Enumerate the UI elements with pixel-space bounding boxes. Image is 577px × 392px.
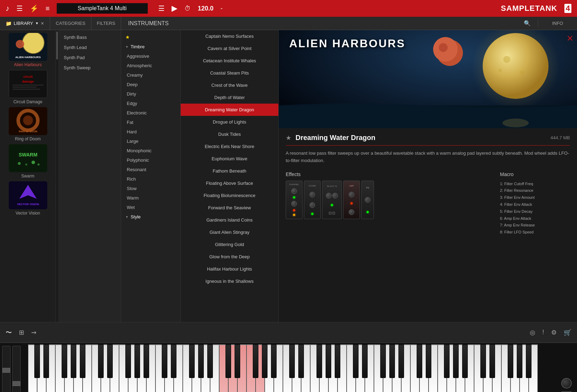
category-synth-pad[interactable]: Synth Pad	[58, 52, 121, 63]
library-item-alien-harbours[interactable]: ALIEN HARBOURS Alien Harbours	[4, 33, 53, 67]
black-key-D#2[interactable]	[171, 344, 176, 378]
library-item-vector-vision[interactable]: VECTOR VISION Vector Vision	[4, 181, 53, 216]
effect-knob-3[interactable]	[310, 192, 315, 197]
store-icon[interactable]: 🛒	[564, 329, 571, 336]
instrument-gardiners[interactable]: Gardiners Island Coins	[181, 214, 278, 226]
timbre-filter-section[interactable]: ▼ Timbre	[121, 42, 180, 51]
category-synth-lead[interactable]: Synth Lead	[58, 42, 121, 52]
black-key-G#0[interactable]	[71, 344, 76, 378]
black-key-F#2[interactable]	[189, 344, 195, 378]
wave-icon[interactable]: 〜	[6, 328, 12, 337]
list-icon[interactable]: ≡	[46, 5, 50, 13]
project-title-input[interactable]	[57, 3, 148, 14]
instrument-floating-above[interactable]: Floating Above Surface	[181, 177, 278, 189]
options-menu-icon[interactable]: ☰	[158, 4, 165, 13]
black-key-A#3[interactable]	[271, 344, 277, 378]
bpm-display[interactable]: 120.0	[198, 5, 214, 12]
effect-knob-1[interactable]	[291, 188, 297, 194]
instrument-igneous[interactable]: Igneous in the Shallows	[181, 275, 278, 287]
black-key-C#2[interactable]	[162, 344, 167, 378]
black-key-A#2[interactable]	[207, 344, 213, 378]
filter-electronic[interactable]: Electronic	[121, 108, 180, 118]
close-panel-button[interactable]: ✕	[566, 34, 573, 43]
instrument-fathom[interactable]: Fathom Beneath	[181, 165, 278, 177]
black-key-F#7[interactable]	[508, 344, 513, 378]
filter-deep[interactable]: Deep	[121, 80, 180, 89]
effect-knob-9[interactable]	[365, 197, 370, 203]
black-key-F#3[interactable]	[253, 344, 258, 378]
black-key-D#5[interactable]	[362, 344, 368, 378]
black-key-D#1[interactable]	[107, 344, 113, 378]
library-nav[interactable]: 📁 LIBRARY ▼ ✕	[0, 17, 50, 30]
black-key-F#4[interactable]	[317, 344, 322, 378]
library-item-ring-of-doom[interactable]: RING OF DOOM Ring of Doom	[4, 107, 53, 141]
filter-warm[interactable]: Warm	[121, 193, 180, 203]
grid-icon[interactable]: ⊞	[19, 329, 24, 336]
filter-dirty[interactable]: Dirty	[121, 89, 180, 99]
effect-unit-5[interactable]: EQ	[361, 181, 374, 219]
instruments-nav[interactable]: INSTRUMENTS 🔍	[121, 20, 538, 27]
style-filter-section[interactable]: ▼ Style	[121, 212, 180, 222]
instrument-halifax[interactable]: Halifax Harbour Lights	[181, 263, 278, 275]
black-key-D#3[interactable]	[235, 344, 240, 378]
effect-unit-2[interactable]: STOMP	[304, 181, 321, 219]
black-key-G#5[interactable]	[389, 344, 395, 378]
instrument-depth[interactable]: Depth of Water	[181, 91, 278, 104]
filter-wet[interactable]: Wet	[121, 203, 180, 212]
pitch-slider[interactable]	[2, 346, 11, 392]
filter-creamy[interactable]: Creamy	[121, 70, 180, 80]
master-volume-knob[interactable]	[561, 378, 572, 388]
instrument-captain-nemo[interactable]: Captain Nemo Surfaces	[181, 30, 278, 42]
filter-resonant[interactable]: Resonant	[121, 165, 180, 174]
black-key-A#0[interactable]	[80, 344, 85, 378]
instrument-cetacean[interactable]: Cetacean Institute Whales	[181, 55, 278, 67]
filter-polyphonic[interactable]: Polyphonic	[121, 155, 180, 165]
black-key-C#3[interactable]	[225, 344, 231, 378]
effect-knob-4[interactable]	[310, 202, 315, 208]
effect-button-2[interactable]	[332, 212, 335, 215]
black-key-A#6[interactable]	[462, 344, 468, 378]
filter-hard[interactable]: Hard	[121, 127, 180, 136]
black-key-F#5[interactable]	[380, 344, 386, 378]
instrument-drogue[interactable]: Drogue of Lights	[181, 116, 278, 128]
black-key-G#1[interactable]	[134, 344, 140, 378]
effect-knob-8[interactable]	[349, 209, 354, 215]
black-key-F#0[interactable]	[62, 344, 67, 378]
instrument-glittering[interactable]: Glittering Gold	[181, 238, 278, 251]
category-synth-sweep[interactable]: Synth Sweep	[58, 63, 121, 73]
instrument-crest[interactable]: Crest of the Wave	[181, 79, 278, 91]
play-button[interactable]: ▶	[172, 4, 178, 13]
black-key-D#7[interactable]	[489, 344, 495, 378]
filters-nav[interactable]: FILTERS	[91, 17, 121, 30]
instrument-forward[interactable]: Forward the Seaview	[181, 202, 278, 214]
instrument-dusk[interactable]: Dusk Tides	[181, 128, 278, 140]
instrument-dreaming[interactable]: Dreaming Water Dragon	[181, 104, 278, 116]
black-key-G#2[interactable]	[198, 344, 204, 378]
black-key-C#7[interactable]	[480, 344, 486, 378]
black-key-C#5[interactable]	[353, 344, 359, 378]
filter-aggressive[interactable]: Aggressive	[121, 51, 180, 61]
filter-edgy[interactable]: Edgy	[121, 99, 180, 108]
settings-icon[interactable]: ⚙	[551, 329, 557, 336]
favorites-filter[interactable]: ★	[121, 32, 180, 42]
black-key-C#0[interactable]	[34, 344, 40, 378]
effect-button-1[interactable]	[329, 212, 332, 215]
effect-knob-7[interactable]	[349, 192, 354, 197]
favorite-star-icon[interactable]: ★	[286, 134, 291, 142]
filter-fat[interactable]: Fat	[121, 118, 180, 127]
library-close-icon[interactable]: ✕	[41, 21, 44, 26]
black-key-A#5[interactable]	[398, 344, 404, 378]
mod-slider[interactable]	[12, 346, 21, 392]
arp-icon[interactable]: ⇝	[31, 329, 36, 336]
library-item-circuit-damage[interactable]: circuit damage Circuit Damage	[4, 70, 53, 104]
black-key-F#1[interactable]	[125, 344, 131, 378]
effect-knob-2[interactable]	[291, 201, 297, 206]
instrument-cavern[interactable]: Cavern at Silver Point	[181, 42, 278, 55]
filter-rich[interactable]: Rich	[121, 174, 180, 184]
instrument-floating-bio[interactable]: Floating Bioluminescence	[181, 189, 278, 202]
alert-icon[interactable]: !	[542, 329, 544, 336]
instrument-glow[interactable]: Glow from the Deep	[181, 251, 278, 263]
instrument-euphonium[interactable]: Euphonium Wave	[181, 153, 278, 165]
filter-slow[interactable]: Slow	[121, 184, 180, 193]
black-key-C#1[interactable]	[98, 344, 104, 378]
